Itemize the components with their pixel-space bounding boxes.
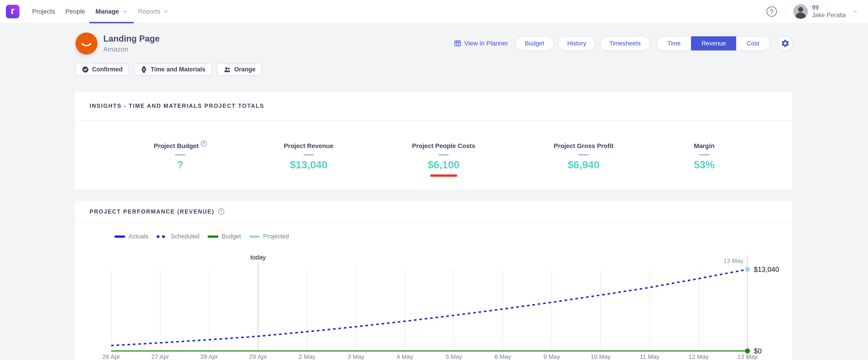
performance-heading: PROJECT PERFORMANCE (REVENUE) ? xyxy=(74,201,793,223)
metric-divider xyxy=(438,154,449,156)
settings-button[interactable] xyxy=(778,36,793,51)
performance-chart[interactable]: 26 Apr27 Apr28 Aprtoday29 Apr2 May3 May4… xyxy=(74,253,793,360)
user-info[interactable]: 99 Jake Peralta xyxy=(812,4,846,19)
timesheets-button-label: Timesheets xyxy=(609,40,641,47)
chevron-down-icon[interactable] xyxy=(852,9,858,14)
tab-revenue[interactable]: Revenue xyxy=(691,36,736,51)
history-button-label: History xyxy=(567,40,586,47)
x-axis-label: 29 Apr xyxy=(249,354,267,360)
nav-item-label: People xyxy=(65,8,85,15)
x-axis-label: 3 May xyxy=(348,354,365,360)
x-axis-label: 12 May xyxy=(688,354,709,360)
legend-label: Projected xyxy=(263,233,289,240)
tab-time[interactable]: Time xyxy=(657,36,691,51)
nav-item-label: Manage xyxy=(95,8,119,15)
insights-heading: INSIGHTS - TIME AND MATERIALS PROJECT TO… xyxy=(74,92,793,121)
nav-item-projects[interactable]: Projects xyxy=(32,0,55,23)
series-line-scheduled xyxy=(111,269,747,346)
user-name: Jake Peralta xyxy=(812,11,846,19)
x-axis-label: 26 Apr xyxy=(102,354,120,360)
help-icon[interactable]: ? xyxy=(201,140,207,146)
metric-value: $13,040 xyxy=(290,159,328,171)
x-axis-label: 6 May xyxy=(494,354,511,360)
insights-card: INSIGHTS - TIME AND MATERIALS PROJECT TO… xyxy=(74,92,793,190)
avatar[interactable] xyxy=(794,4,808,19)
legend-item-projected: Projected xyxy=(249,233,289,240)
legend-item-budget: Budget xyxy=(208,233,241,240)
tag-confirmed[interactable]: Confirmed xyxy=(75,64,129,75)
insights-metrics: Project Budget ? ? Project Revenue $13,0… xyxy=(74,121,793,190)
history-button[interactable]: History xyxy=(558,36,596,51)
performance-card: PROJECT PERFORMANCE (REVENUE) ? ActualsS… xyxy=(74,201,793,360)
app-logo-letter: r xyxy=(11,6,14,16)
metric-divider xyxy=(175,154,185,156)
nav-item-label: Projects xyxy=(32,8,55,15)
metric-value: $6,940 xyxy=(568,159,600,171)
end-point-dot xyxy=(745,267,750,272)
x-axis-label: 11 May xyxy=(640,354,659,360)
insights-heading-text: INSIGHTS - TIME AND MATERIALS PROJECT TO… xyxy=(90,103,264,109)
legend-label: Budget xyxy=(222,233,241,240)
end-value-label: $13,040 xyxy=(754,265,779,273)
x-axis-label: 5 May xyxy=(445,354,462,360)
client-logo-amazon xyxy=(75,33,97,55)
page-title: Landing Page xyxy=(103,34,160,44)
x-axis-label: 9 May xyxy=(543,354,560,360)
metric-label: Project Revenue xyxy=(284,142,333,150)
x-axis-label: 28 Apr xyxy=(200,354,218,360)
tag-label: Orange xyxy=(234,66,256,73)
people-icon xyxy=(223,66,231,73)
timesheets-button[interactable]: Timesheets xyxy=(600,36,650,51)
metric-alert-underline xyxy=(430,174,457,177)
metric-label: Project People Costs xyxy=(412,142,475,150)
view-in-planner-link[interactable]: View in Planner xyxy=(454,39,508,47)
end-date-label: 13 May xyxy=(723,258,743,264)
x-axis-label: 10 May xyxy=(591,354,611,360)
tab-cost-label: Cost xyxy=(747,40,759,47)
help-icon[interactable]: ? xyxy=(767,6,777,17)
planner-grid-icon xyxy=(454,39,462,47)
metric-project-budget: Project Budget ? ? xyxy=(154,142,207,171)
metric-divider xyxy=(699,154,709,156)
metric-project-gross-profit: Project Gross Profit $6,940 xyxy=(554,142,614,171)
tab-cost[interactable]: Cost xyxy=(736,36,770,51)
x-axis-label: 2 May xyxy=(299,354,315,360)
metric-value: ? xyxy=(177,159,183,171)
metric-label: Project Gross Profit xyxy=(554,142,614,150)
metric-divider xyxy=(303,154,314,156)
top-nav-right: ? 99 Jake Peralta xyxy=(767,4,858,19)
nav-item-people[interactable]: People xyxy=(65,0,85,23)
tag-orange[interactable]: Orange xyxy=(217,64,262,75)
nav-item-reports[interactable]: Reports xyxy=(138,0,169,23)
legend-swatch xyxy=(115,235,125,238)
budget-button[interactable]: Budget xyxy=(515,36,554,51)
performance-heading-text: PROJECT PERFORMANCE (REVENUE) xyxy=(90,208,214,215)
nav-item-label: Reports xyxy=(138,8,160,15)
app-logo[interactable]: r xyxy=(6,5,20,18)
nav-item-manage[interactable]: Manage xyxy=(95,0,127,23)
legend-item-scheduled: Scheduled xyxy=(157,233,200,240)
svg-text:$: $ xyxy=(143,68,145,71)
end-point-dot xyxy=(745,349,750,354)
tag-time-and-materials[interactable]: $ Time and Materials xyxy=(134,64,212,75)
today-label: today xyxy=(250,254,266,261)
help-icon[interactable]: ? xyxy=(218,208,224,215)
x-axis-label: 27 Apr xyxy=(151,354,169,360)
amazon-smile-icon xyxy=(80,36,94,51)
user-badge: 99 xyxy=(812,4,846,11)
project-actions: View in Planner Budget History Timesheet… xyxy=(454,36,793,51)
check-circle-icon xyxy=(82,66,89,73)
client-name: Amazon xyxy=(103,45,160,53)
tab-time-label: Time xyxy=(667,40,681,47)
metric-project-revenue: Project Revenue $13,040 xyxy=(284,142,333,171)
x-axis-label: 4 May xyxy=(397,354,413,360)
legend-swatch xyxy=(208,235,218,238)
legend-label: Actuals xyxy=(128,233,149,240)
project-titles: Landing Page Amazon xyxy=(103,34,160,53)
metric-project-people-costs: Project People Costs $6,100 xyxy=(412,142,475,177)
gear-icon xyxy=(781,39,790,48)
chevron-down-icon xyxy=(163,9,169,14)
chevron-down-icon xyxy=(122,9,128,14)
today-marker-band xyxy=(257,263,259,351)
app-root: r Projects People Manage Reports ? 99 xyxy=(0,0,868,360)
